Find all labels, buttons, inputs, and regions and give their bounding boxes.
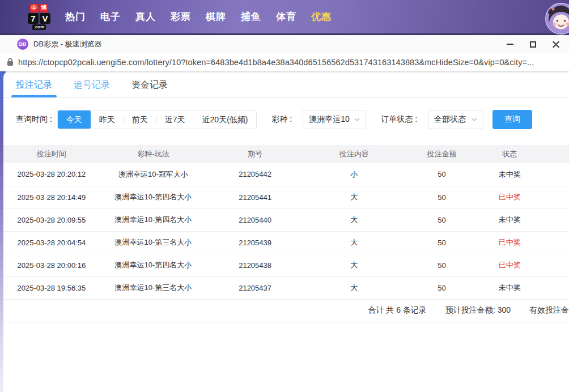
cell-bet-amount: 50 bbox=[405, 231, 479, 254]
table-row: 2025-03-28 19:56:35 澳洲幸运10-第三名大小 2120543… bbox=[3, 276, 569, 299]
order-status-filter-label: 订单状态 : bbox=[381, 114, 417, 125]
logo-badge-2: 博 bbox=[40, 4, 48, 12]
browser-title-bar: DB DB彩票 - 极速浏览器 bbox=[0, 35, 569, 53]
logo-badges: 申 博 bbox=[30, 4, 48, 12]
table-row: 2025-03-28 20:14:49 澳洲幸运10-第四名大小 2120544… bbox=[3, 186, 569, 208]
avatar-illustration bbox=[546, 4, 569, 33]
bet-records-table: 投注时间 彩种-玩法 期号 投注内容 投注金额 状态 2025-03-28 20… bbox=[3, 145, 569, 300]
header-status: 状态 bbox=[478, 145, 569, 163]
order-status-select[interactable]: 全部状态 bbox=[428, 110, 483, 129]
logo-domain: .com bbox=[32, 24, 46, 30]
cell-issue: 21205438 bbox=[207, 254, 303, 276]
header-lottery-play: 彩种-玩法 bbox=[100, 145, 207, 163]
close-button[interactable] bbox=[544, 35, 567, 53]
user-avatar[interactable] bbox=[545, 3, 569, 35]
cell-bet-time: 2025-03-28 20:14:49 bbox=[3, 186, 100, 208]
cell-status: 未中奖 bbox=[478, 276, 569, 299]
nav-item-promo[interactable]: 优惠 bbox=[311, 10, 332, 23]
cell-issue: 21205439 bbox=[207, 231, 303, 254]
filter-bar: 查询时间 : 今天 昨天 前天 近7天 近20天(低频) 彩种 : 澳洲幸运10… bbox=[16, 110, 569, 129]
cell-lottery-play: 澳洲幸运10-第四名大小 bbox=[100, 186, 207, 208]
cell-bet-time: 2025-03-28 20:09:55 bbox=[3, 208, 100, 231]
time-option-daybefore[interactable]: 前天 bbox=[124, 110, 156, 129]
maximize-button[interactable] bbox=[521, 35, 544, 53]
site-logo[interactable]: 申 博 7 V .com bbox=[27, 4, 51, 30]
time-filter-label: 查询时间 : bbox=[16, 114, 52, 125]
cell-lottery-play: 澳洲幸运10-冠军大小 bbox=[100, 163, 207, 186]
order-status-select-value: 全部状态 bbox=[434, 114, 466, 125]
header-bet-content: 投注内容 bbox=[303, 145, 405, 163]
cell-bet-amount: 50 bbox=[405, 276, 479, 299]
cell-bet-content: 大 bbox=[303, 208, 405, 231]
window-title: DB彩票 - 极速浏览器 bbox=[33, 39, 102, 49]
minimize-icon bbox=[507, 44, 513, 45]
table-summary: 合计 共 6 条记录 预计投注金额: 300 有效投注金额 bbox=[3, 300, 569, 322]
cell-bet-amount: 50 bbox=[405, 208, 479, 231]
nav-item-live[interactable]: 真人 bbox=[135, 10, 156, 23]
maximize-icon bbox=[530, 41, 536, 48]
cell-issue: 21205437 bbox=[207, 276, 303, 299]
tab-fund-records[interactable]: 资金记录 bbox=[131, 79, 168, 97]
summary-valid-amount: 有效投注金额 bbox=[529, 305, 569, 316]
table-header-row: 投注时间 彩种-玩法 期号 投注内容 投注金额 状态 bbox=[3, 145, 569, 163]
tab-divider bbox=[3, 97, 569, 98]
cell-bet-content: 小 bbox=[303, 163, 405, 186]
chevron-down-icon bbox=[354, 118, 360, 121]
address-text[interactable]: https://ctopcp02pcali.uengi5e.com/lotter… bbox=[18, 58, 534, 67]
nav-items: 热门 电子 真人 彩票 棋牌 捕鱼 体育 优惠 bbox=[65, 10, 332, 23]
nav-item-sports[interactable]: 体育 bbox=[276, 10, 296, 23]
nav-item-hot[interactable]: 热门 bbox=[65, 10, 86, 23]
summary-total-records: 合计 共 6 条记录 bbox=[368, 305, 426, 316]
tab-chase-records[interactable]: 追号记录 bbox=[74, 79, 110, 97]
nav-item-boardgames[interactable]: 棋牌 bbox=[206, 10, 226, 23]
header-bet-amount: 投注金额 bbox=[405, 145, 479, 163]
window-controls bbox=[499, 35, 567, 53]
cell-lottery-play: 澳洲幸运10-第三名大小 bbox=[100, 231, 207, 254]
minimize-button[interactable] bbox=[499, 35, 521, 53]
url-bar[interactable]: https://ctopcp02pcali.uengi5e.com/lotter… bbox=[0, 53, 569, 71]
cell-bet-content: 大 bbox=[303, 231, 405, 254]
cell-bet-content: 大 bbox=[303, 254, 405, 276]
main-panel: 投注记录 追号记录 资金记录 查询时间 : 今天 昨天 前天 近7天 近20天(… bbox=[3, 71, 569, 392]
page-content: 投注记录 追号记录 资金记录 查询时间 : 今天 昨天 前天 近7天 近20天(… bbox=[0, 71, 569, 392]
cell-status: 已中奖 bbox=[478, 231, 569, 254]
nav-item-electronic[interactable]: 电子 bbox=[100, 10, 121, 23]
cell-issue: 21205440 bbox=[207, 208, 303, 231]
lottery-select[interactable]: 澳洲幸运10 bbox=[303, 110, 366, 129]
cell-bet-time: 2025-03-28 20:20:12 bbox=[3, 163, 100, 186]
time-option-yesterday[interactable]: 昨天 bbox=[91, 110, 124, 129]
logo-letter-v: V bbox=[40, 13, 50, 24]
table-row: 2025-03-28 20:00:16 澳洲幸运10-第四名大小 2120543… bbox=[3, 254, 569, 276]
time-option-today[interactable]: 今天 bbox=[58, 110, 91, 129]
cell-status: 已中奖 bbox=[478, 254, 569, 276]
logo-letters: 7 V bbox=[28, 13, 50, 24]
nav-item-lottery[interactable]: 彩票 bbox=[171, 10, 191, 23]
cell-lottery-play: 澳洲幸运10-第四名大小 bbox=[100, 208, 207, 231]
cell-bet-time: 2025-03-28 20:00:16 bbox=[3, 254, 100, 276]
cell-lottery-play: 澳洲幸运10-第四名大小 bbox=[100, 254, 207, 276]
logo-letter-7: 7 bbox=[28, 13, 39, 24]
screen: 申 博 7 V .com 热门 电子 真人 彩票 棋牌 捕鱼 体育 优惠 bbox=[0, 0, 569, 392]
cell-issue: 21205441 bbox=[207, 186, 303, 208]
table-row: 2025-03-28 20:09:55 澳洲幸运10-第四名大小 2120544… bbox=[3, 208, 569, 231]
tab-bet-records[interactable]: 投注记录 bbox=[16, 79, 52, 97]
lock-icon[interactable] bbox=[7, 58, 14, 66]
search-button[interactable]: 查询 bbox=[492, 110, 532, 129]
cell-bet-content: 大 bbox=[303, 186, 405, 208]
time-option-last20days[interactable]: 近20天(低频) bbox=[194, 110, 257, 129]
site-nav: 申 博 7 V .com 热门 电子 真人 彩票 棋牌 捕鱼 体育 优惠 bbox=[0, 0, 569, 35]
cell-status: 已中奖 bbox=[478, 186, 569, 208]
nav-item-fishing[interactable]: 捕鱼 bbox=[241, 10, 261, 23]
header-issue: 期号 bbox=[207, 145, 303, 163]
lottery-filter-label: 彩种 : bbox=[271, 114, 292, 125]
table-row: 2025-03-28 20:04:54 澳洲幸运10-第三名大小 2120543… bbox=[3, 231, 569, 254]
record-tabs: 投注记录 追号记录 资金记录 bbox=[3, 71, 569, 97]
cell-status: 未中奖 bbox=[478, 208, 569, 231]
logo-badge-1: 申 bbox=[30, 4, 39, 12]
cell-issue: 21205442 bbox=[207, 163, 303, 186]
table-row: 2025-03-28 20:20:12 澳洲幸运10-冠军大小 21205442… bbox=[3, 163, 569, 186]
browser-tab-favicon: DB bbox=[17, 39, 28, 50]
time-option-last7days[interactable]: 近7天 bbox=[156, 110, 194, 129]
lottery-select-value: 澳洲幸运10 bbox=[309, 114, 350, 125]
header-bet-time: 投注时间 bbox=[3, 145, 100, 163]
